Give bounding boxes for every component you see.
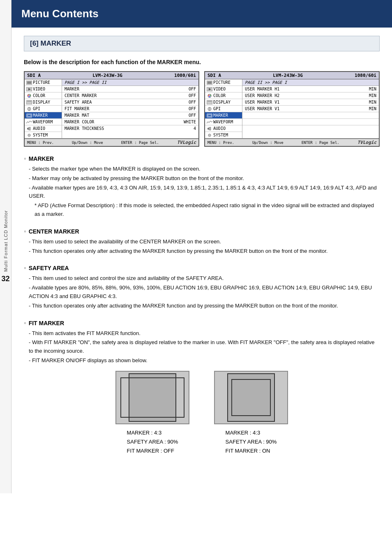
section-description: Below is the description for each functi… [24,59,380,65]
page-title: Menu Contents [21,7,99,20]
svg-point-35 [209,135,210,136]
right-sidebar: PICTURE VIDEO COLOR [205,79,242,138]
table-row: FIT MARKER OFF [62,106,198,112]
sidebar-item-r-picture[interactable]: PICTURE [205,79,242,86]
svg-rect-8 [26,100,32,104]
table-row-empty-1 [242,112,379,119]
right-main-col: PAGE II >> PAGE I USER MARKER H1 MIN USE… [242,79,379,138]
sdi-label-right: SDI A [208,73,221,78]
bullet-center-marker: ◦ CENTER MARKER - This item used to sele… [24,228,380,256]
svg-rect-32 [208,128,209,130]
svg-rect-13 [28,115,31,116]
model-label-left: LVM-243W-3G [92,73,122,78]
svg-rect-1 [27,81,31,84]
page-header: Menu Contents [12,0,392,28]
sidebar-item-r-display[interactable]: DISPLAY [205,99,242,106]
svg-rect-14 [27,128,28,130]
page-nav-left: PAGE I >> PAGE II [62,79,198,86]
table-row: MARKER THICKNESS 4 [62,125,198,132]
svg-point-17 [29,135,30,136]
left-main-col: PAGE I >> PAGE II MARKER OFF CENTER MARK… [62,79,198,138]
svg-rect-31 [208,115,211,116]
table-row-empty-3 [242,125,379,132]
sidebar-item-r-color[interactable]: COLOR [205,92,242,99]
svg-rect-19 [208,81,212,84]
table-row: MARKER OFF [62,86,198,92]
table-row-empty-2 [242,119,379,125]
svg-point-7 [28,96,30,97]
fit-marker-on-box: MARKER : 4:3 SAFETY AREA : 90% FIT MARKE… [214,371,288,456]
model-label-right: LVM-243W-3G [273,73,303,78]
sidebar-item-waveform[interactable]: WAVEFORM [25,119,62,125]
table-header-right: SDI A LVM-243W-3G 1080/60i [205,72,379,79]
menu-table-right: SDI A LVM-243W-3G 1080/60i PICTURE [204,71,380,147]
sidebar-item-gpi[interactable]: GPI [25,106,62,112]
fit-marker-off-box: MARKER : 4:3 SAFETY AREA : 90% FIT MARKE… [115,371,189,456]
side-bar: Multi Format LCD Monitor 32 [0,0,12,493]
sidebar-item-marker[interactable]: MARKER [25,112,62,119]
fit-marker-on-visual [214,371,288,424]
svg-point-25 [209,96,210,97]
sidebar-item-r-marker[interactable]: MARKER [205,112,242,119]
sidebar-item-video[interactable]: VIDEO [25,86,62,92]
sdi-label-left: SDI A [27,73,41,78]
svg-marker-33 [209,127,211,130]
bullet-safety-area: ◦ SAFETY AREA - This item used to select… [24,264,380,310]
sidebar-item-display[interactable]: DISPLAY [25,99,62,106]
sidebar-item-r-audio[interactable]: AUDIO [205,125,242,132]
table-row: SAFETY AREA OFF [62,99,198,106]
resolution-label-left: 1080/60i [174,73,196,78]
sidebar-item-color[interactable]: COLOR [25,92,62,99]
sidebar-item-r-gpi[interactable]: GPI [205,106,242,112]
table-row: USER MARKER V1 MIN [242,99,379,106]
page-number: 32 [1,275,9,283]
fit-marker-visuals: MARKER : 4:3 SAFETY AREA : 90% FIT MARKE… [24,371,380,456]
bullet-fit-marker: ◦ FIT MARKER - This item activates the F… [24,319,380,456]
bullet-marker-title: ◦ MARKER [24,155,380,162]
bullet-fit-marker-title: ◦ FIT MARKER [24,319,380,327]
table-row: MARKER COLOR WHITE [62,119,198,125]
table-row: CENTER MARKER OFF [62,92,198,99]
section-title: [6] MARKER [24,36,380,51]
table-footer-left: MENU : Prev. Up/Down : Move ENTER : Page… [25,139,198,146]
sidebar-item-r-waveform[interactable]: WAVEFORM [205,119,242,125]
fit-marker-on-caption: MARKER : 4:3 SAFETY AREA : 90% FIT MARKE… [226,428,277,456]
sidebar-item-picture[interactable]: PICTURE [25,79,62,86]
table-row: USER MARKER H1 MIN [242,86,379,92]
fit-marker-off-caption: MARKER : 4:3 SAFETY AREA : 90% FIT MARKE… [127,428,178,456]
menu-table-left: SDI A LVM-243W-3G 1080/60i PICTURE [24,71,199,147]
sidebar-item-r-system[interactable]: SYSTEM [205,132,242,138]
sidebar-item-system[interactable]: SYSTEM [25,132,62,138]
tables-container: SDI A LVM-243W-3G 1080/60i PICTURE [24,71,380,147]
sidebar-item-audio[interactable]: AUDIO [25,125,62,132]
table-footer-right: MENU : Prev. Up/Down : Move ENTER : Page… [205,139,379,146]
table-row: USER MARKER V1 MIN [242,106,379,112]
table-header-left: SDI A LVM-243W-3G 1080/60i [25,72,198,79]
bullet-center-marker-title: ◦ CENTER MARKER [24,228,380,235]
resolution-label-right: 1080/60i [355,73,376,78]
bullet-marker: ◦ MARKER - Selects the marker type when … [24,155,380,219]
svg-marker-15 [28,127,30,130]
bullet-safety-area-title: ◦ SAFETY AREA [24,264,380,272]
sidebar-item-r-video[interactable]: VIDEO [205,86,242,92]
svg-rect-26 [207,100,212,104]
table-row: USER MARKER H2 MIN [242,92,379,99]
left-sidebar: PICTURE VIDEO COLOR [25,79,62,138]
page-nav-right: PAGE II >> PAGE I [242,79,379,86]
fit-marker-off-visual [115,371,189,424]
monitor-label: Multi Format LCD Monitor [3,210,8,272]
table-row: MARKER MAT OFF [62,112,198,119]
